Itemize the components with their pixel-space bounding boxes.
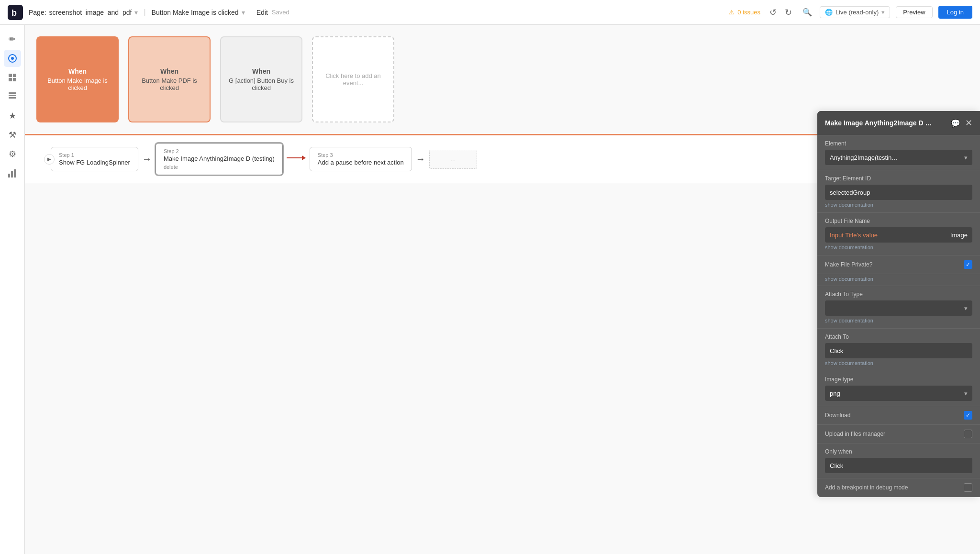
attach-type-show-doc[interactable]: show documentation (825, 318, 972, 323)
image-type-value[interactable]: png (825, 386, 972, 401)
step-box-2[interactable]: Step 2 Make Image Anything2Image D (test… (156, 143, 283, 175)
step-num-2: Step 2 (164, 148, 275, 154)
undo-redo[interactable]: ↺ ↻ (766, 6, 795, 19)
event-card-3[interactable]: When G [action] Button Buy is clicked (220, 36, 302, 122)
target-value[interactable]: selectedGroup (825, 185, 972, 200)
event-when-label-3: When (252, 67, 270, 75)
element-label: Element (825, 140, 972, 147)
svg-point-3 (11, 57, 14, 60)
output-label: Output File Name (825, 218, 972, 224)
step-item-2: Step 2 Make Image Anything2Image D (test… (156, 143, 310, 175)
collapse-left-button[interactable]: ▶ (44, 154, 55, 165)
panel-title: Make Image Anything2Image D … (825, 119, 932, 127)
page-name: screenshot_image_and_pdf (49, 9, 132, 16)
attach-to-label: Attach To (825, 333, 972, 340)
element-value[interactable]: Anything2Image(testin… (825, 150, 972, 165)
sidebar-item-workflow[interactable] (4, 50, 21, 67)
panel-row-output: Output File Name Input Title's value Ima… (817, 213, 980, 255)
event-card-1[interactable]: When Button Make Image is clicked (36, 36, 119, 122)
sidebar-item-layers[interactable] (4, 88, 21, 105)
output-value[interactable]: Input Title's value Image (825, 227, 972, 243)
target-label: Target Element ID (825, 175, 972, 182)
attach-to-show-doc[interactable]: show documentation (825, 360, 972, 366)
panel-row-attach-to: Attach To Click show documentation (817, 329, 980, 371)
edit-label: Edit (256, 9, 268, 16)
redo-button[interactable]: ↻ (781, 6, 795, 19)
saved-label: Saved (272, 9, 290, 16)
target-show-doc[interactable]: show documentation (825, 202, 972, 208)
step-num-3: Step 3 (318, 152, 404, 158)
step-add-placeholder: … (429, 150, 477, 169)
private-checkbox[interactable]: ✓ (964, 260, 972, 269)
event-title-2: Button Make PDF is clicked (137, 77, 202, 91)
warning-icon: ⚠ (729, 9, 735, 16)
workflow-chevron-icon[interactable]: ▾ (242, 9, 245, 16)
edit-section: Edit Saved (256, 9, 290, 16)
output-show-doc[interactable]: show documentation (825, 244, 972, 250)
event-card-add[interactable]: Click here to add an event... (312, 36, 394, 122)
debug-label: Add a breakpoint in debug mode (825, 484, 958, 491)
svg-rect-10 (9, 92, 16, 94)
event-card-2[interactable]: When Button Make PDF is clicked (128, 36, 211, 122)
event-title-3: G [action] Button Buy is clicked (229, 77, 294, 91)
attach-to-value-text: Click (830, 347, 843, 355)
undo-button[interactable]: ↺ (766, 6, 780, 19)
output-value-suffix: Image (950, 232, 968, 239)
comment-icon[interactable]: 💬 (951, 119, 960, 128)
preview-button[interactable]: Preview (896, 6, 932, 18)
sidebar-item-tools[interactable]: ⚒ (4, 126, 21, 144)
panel-row-target: Target Element ID selectedGroup show doc… (817, 170, 980, 213)
panel-body: Element Anything2Image(testin… Target El… (817, 135, 980, 497)
attach-type-label: Attach To Type (825, 291, 972, 298)
svg-rect-8 (9, 95, 16, 96)
issues-badge[interactable]: ⚠ 0 issues (729, 9, 760, 16)
sidebar-item-pencil[interactable]: ✏ (4, 31, 21, 48)
step-delete-2[interactable]: delete (164, 164, 275, 170)
panel-row-download: Download ✓ (817, 406, 980, 425)
logo: b (8, 5, 23, 20)
private-show-doc[interactable]: show documentation (825, 276, 972, 282)
panel-header: Make Image Anything2Image D … 💬 ✕ (817, 111, 980, 135)
svg-rect-7 (13, 78, 16, 81)
workflow-selector[interactable]: Button Make Image is clicked ▾ (152, 9, 245, 16)
sidebar-item-settings[interactable]: ⚙ (4, 145, 21, 163)
left-sidebar: ✏ ★ ⚒ ⚙ (0, 25, 25, 554)
panel-row-element: Element Anything2Image(testin… (817, 135, 980, 170)
image-type-value-text: png (830, 390, 840, 397)
right-panel: Make Image Anything2Image D … 💬 ✕ Elemen… (817, 111, 980, 497)
globe-icon: 🌐 (825, 9, 833, 16)
attach-to-value[interactable]: Click (825, 343, 972, 358)
svg-marker-15 (302, 155, 306, 160)
page-selector[interactable]: Page: screenshot_image_and_pdf ▾ (29, 9, 138, 16)
step-box-1[interactable]: Step 1 Show FG LoadingSpinner (51, 147, 138, 171)
page-chevron-icon[interactable]: ▾ (134, 9, 138, 16)
sidebar-item-grid[interactable] (4, 69, 21, 86)
panel-row-upload: Upload in files manager (817, 425, 980, 443)
event-when-label-1: When (68, 67, 87, 75)
svg-rect-5 (13, 74, 16, 77)
panel-row-attach-type: Attach To Type show documentation (817, 286, 980, 329)
sidebar-item-chart[interactable] (4, 165, 21, 182)
login-button[interactable]: Log in (938, 6, 972, 19)
upload-checkbox[interactable] (964, 430, 972, 438)
svg-rect-4 (9, 74, 12, 77)
step-box-3[interactable]: Step 3 Add a pause before next action (310, 147, 412, 171)
attach-type-value[interactable] (825, 300, 972, 316)
step-name-2: Make Image Anything2Image D (testing) (164, 155, 275, 162)
live-label: Live (read-only) (835, 9, 879, 16)
step-name-1: Show FG LoadingSpinner (59, 159, 130, 166)
step-item-1: Step 1 Show FG LoadingSpinner → (51, 147, 156, 171)
only-when-value[interactable]: Click (825, 458, 972, 473)
panel-row-private: Make File Private? ✓ (817, 255, 980, 274)
search-icon[interactable]: 🔍 (801, 6, 814, 19)
debug-checkbox[interactable] (964, 483, 972, 492)
step-num-1: Step 1 (59, 152, 130, 158)
panel-header-icons: 💬 ✕ (951, 118, 972, 128)
page-label: Page: (29, 9, 46, 16)
only-when-label: Only when (825, 448, 972, 455)
panel-close-button[interactable]: ✕ (965, 118, 972, 128)
download-checkbox[interactable]: ✓ (964, 411, 972, 420)
events-area: When Button Make Image is clicked When B… (25, 25, 980, 122)
live-mode-selector[interactable]: 🌐 Live (read-only) ▾ (820, 6, 890, 18)
sidebar-item-star[interactable]: ★ (4, 107, 21, 124)
